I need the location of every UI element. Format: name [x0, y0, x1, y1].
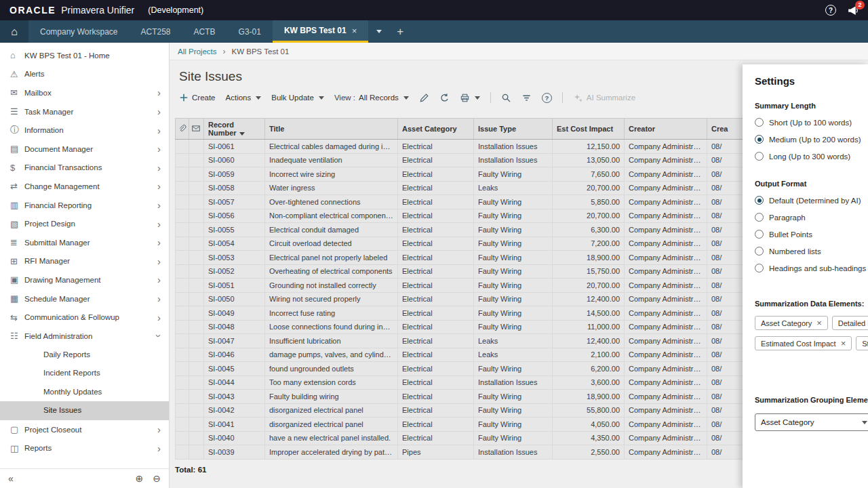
radio-option-bullet-points[interactable]: Bullet Points [755, 230, 868, 239]
radio-label: Bullet Points [769, 230, 812, 239]
sidebar-item-communication-followup[interactable]: ⇆Communication & Followup› [0, 308, 169, 327]
sidebar-item-financial-transactions[interactable]: $Financial Transactions› [0, 159, 169, 178]
column-header-title[interactable]: Title [265, 119, 398, 140]
view-records-dropdown[interactable]: View : All Records [334, 94, 409, 102]
table-row[interactable]: SI-0047Insufficient lubricationElectrica… [176, 334, 744, 348]
cell-asset-category: Electrical [398, 320, 474, 334]
sidebar-item-task-manager[interactable]: ☰Task Manager› [0, 102, 169, 121]
table-row[interactable]: SI-0041disorganized electrical panelElec… [176, 418, 744, 432]
table-row[interactable]: SI-0044Too many extension cordsElectrica… [176, 375, 744, 390]
sidebar-item-daily-reports[interactable]: Daily Reports [0, 346, 169, 365]
collapse-panel-button[interactable]: « [8, 473, 14, 484]
table-row[interactable]: SI-0051Grounding not installed correctly… [176, 279, 744, 293]
close-icon[interactable]: × [841, 338, 846, 348]
sidebar-item-change-management[interactable]: ⇄Change Management› [0, 177, 169, 196]
table-row[interactable]: SI-0039Improper accelerated drying by pa… [176, 445, 744, 460]
sidebar-item-label: Mailbox [24, 89, 157, 97]
column-header-creation-date[interactable]: Crea [707, 119, 744, 140]
column-header-creator[interactable]: Creator [625, 119, 707, 140]
radio-option-short-up-to-100-words[interactable]: Short (Up to 100 words) [755, 118, 868, 127]
sidebar-item-schedule-manager[interactable]: ▦Schedule Manager› [0, 289, 169, 308]
sidebar-item-document-manager[interactable]: ▤Document Manager› [0, 140, 169, 159]
radio-option-medium-up-to-200-words[interactable]: Medium (Up to 200 words) [755, 135, 868, 144]
column-header-asset-category[interactable]: Asset Category [398, 119, 474, 140]
radio-option-numbered-lists[interactable]: Numbered lists [755, 247, 868, 256]
print-button[interactable] [460, 93, 480, 103]
sidebar-item-incident-reports[interactable]: Incident Reports [0, 364, 169, 383]
actions-dropdown[interactable]: Actions [226, 94, 262, 102]
announcements-icon[interactable]: 2 [847, 5, 859, 16]
grouping-select[interactable]: Asset Category [755, 413, 868, 431]
zoom-out-button[interactable]: ⊖ [153, 473, 161, 484]
refresh-button[interactable] [439, 93, 450, 103]
sidebar-item-information[interactable]: ⓘInformation› [0, 121, 169, 140]
tab-list-dropdown[interactable] [368, 20, 389, 43]
radio-option-default-determined-by-ai[interactable]: Default (Determined by AI) [755, 196, 868, 205]
table-row[interactable]: SI-0054Circuit overload detectedElectric… [176, 237, 744, 251]
chip-label: Detailed Desc [838, 319, 868, 327]
table-row[interactable]: SI-0060Inadequate ventilationElectricalI… [176, 153, 744, 167]
cell-creator: Company Administrator [625, 403, 707, 418]
table-row[interactable]: SI-0049Incorrect fuse ratingElectricalFa… [176, 306, 744, 321]
table-row[interactable]: SI-0058Water ingressElectricalLeaks20,70… [176, 181, 744, 195]
sidebar-item-project-closeout[interactable]: ▢Project Closeout› [0, 420, 169, 439]
sidebar-item-project-design[interactable]: ▧Project Design› [0, 214, 169, 233]
home-tab-button[interactable]: ⌂ [0, 20, 28, 43]
column-header-issue-type[interactable]: Issue Type [474, 119, 553, 140]
column-header-record-number[interactable]: Record Number [204, 119, 265, 140]
toolbar-help-button[interactable]: ? [542, 93, 552, 103]
bulk-update-dropdown[interactable]: Bulk Update [271, 94, 324, 102]
sidebar-item-alerts[interactable]: ⚠Alerts [0, 65, 169, 84]
tab-act258[interactable]: ACT258 [130, 20, 182, 43]
edit-button[interactable] [419, 93, 429, 103]
breadcrumb-all-projects[interactable]: All Projects [178, 47, 217, 56]
home-icon: ⌂ [11, 26, 18, 38]
table-row[interactable]: SI-0045found ungrounded outletsElectrica… [176, 362, 744, 376]
close-icon[interactable]: × [352, 26, 357, 36]
zoom-in-button[interactable]: ⊕ [136, 473, 144, 484]
table-row[interactable]: SI-0040have a new electrical panel insta… [176, 431, 744, 445]
sidebar-item-reports[interactable]: ◫Reports› [0, 439, 169, 458]
table-row[interactable]: SI-0056Non-compliant electrical componen… [176, 209, 744, 223]
sidebar-item-drawing-management[interactable]: ▣Drawing Management› [0, 270, 169, 289]
table-row[interactable]: SI-0057Over-tightened connectionsElectri… [176, 195, 744, 209]
close-icon[interactable]: × [816, 318, 822, 328]
cell-record-number: SI-0043 [204, 390, 265, 404]
table-row[interactable]: SI-0042disorganized electrical panelElec… [176, 403, 744, 418]
filter-button[interactable] [521, 93, 532, 103]
radio-option-headings-and-sub-headings[interactable]: Headings and sub-headings [755, 264, 868, 272]
sidebar-item-monthly-updates[interactable]: Monthly Updates [0, 383, 169, 402]
radio-label: Numbered lists [769, 247, 821, 256]
sidebar-item-label: Project Closeout [24, 426, 157, 434]
tab-kw-bps-test-01[interactable]: KW BPS Test 01× [273, 20, 368, 43]
mail-column-header[interactable] [189, 119, 204, 140]
table-row[interactable]: SI-0050Wiring not secured properlyElectr… [176, 292, 744, 306]
sidebar-item-mailbox[interactable]: ✉Mailbox› [0, 83, 169, 102]
table-row[interactable]: SI-0059Incorrect wire sizingElectricalFa… [176, 167, 744, 182]
tab-g3-01[interactable]: G3-01 [227, 20, 273, 43]
table-row[interactable]: SI-0043Faulty building wiringElectricalF… [176, 390, 744, 404]
sidebar-item-site-issues[interactable]: Site Issues [0, 401, 169, 420]
table-row[interactable]: SI-0055Electrical conduit damagedElectri… [176, 223, 744, 237]
column-header-est-cost-impact[interactable]: Est Cost Impact [553, 119, 625, 140]
attachment-column-header[interactable] [176, 119, 189, 140]
table-row[interactable]: SI-0052Overheating of electrical compone… [176, 264, 744, 279]
table-row[interactable]: SI-0046damage pumps, valves, and cylinde… [176, 348, 744, 362]
table-row[interactable]: SI-0061Electrical cables damaged during … [176, 140, 744, 154]
sidebar-item-field-administration[interactable]: ☷Field Administration› [0, 327, 169, 346]
create-button[interactable]: Create [179, 93, 216, 102]
sidebar-item-kw-bps-test-01-home[interactable]: ⌂KW BPS Test 01 - Home [0, 46, 169, 65]
sidebar-item-financial-reporting[interactable]: ▥Financial Reporting› [0, 196, 169, 215]
radio-option-long-up-to-300-words[interactable]: Long (Up to 300 words) [755, 152, 868, 161]
search-button[interactable] [501, 93, 511, 103]
tab-company-workspace[interactable]: Company Workspace [28, 20, 130, 43]
tab-actb[interactable]: ACTB [182, 20, 227, 43]
help-icon[interactable]: ? [825, 5, 836, 16]
table-row[interactable]: SI-0053Electrical panel not properly lab… [176, 251, 744, 265]
sidebar-item-rfi-manager[interactable]: ⊞RFI Manager› [0, 252, 169, 271]
table-row[interactable]: SI-0048Loose connections found during in… [176, 320, 744, 334]
new-tab-button[interactable]: + [389, 20, 412, 43]
tab-label: Company Workspace [40, 27, 118, 37]
radio-option-paragraph[interactable]: Paragraph [755, 213, 868, 222]
sidebar-item-submittal-manager[interactable]: ≣Submittal Manager› [0, 233, 169, 252]
